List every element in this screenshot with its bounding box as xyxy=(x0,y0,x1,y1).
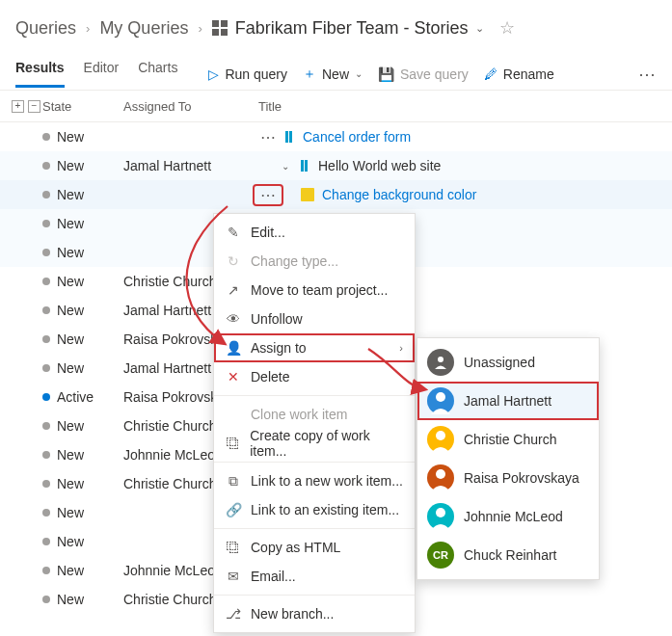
menu-link-existing[interactable]: 🔗Link to an existing item... xyxy=(214,495,415,524)
menu-copy-html[interactable]: ⿻Copy as HTML xyxy=(214,533,415,562)
assign-user-un[interactable]: Unassigned xyxy=(417,343,599,382)
avatar xyxy=(427,464,454,491)
work-item-title[interactable]: Cancel order form xyxy=(303,129,411,145)
menu-edit[interactable]: ✎Edit... xyxy=(214,218,415,247)
state-cell: New xyxy=(42,216,123,231)
breadcrumb-level1[interactable]: Queries xyxy=(15,18,76,39)
favorite-star-icon[interactable]: ☆ xyxy=(499,17,515,39)
collapse-all-button[interactable]: − xyxy=(28,100,40,113)
state-dot-icon xyxy=(42,278,50,285)
user-story-icon xyxy=(297,159,310,172)
breadcrumb-current[interactable]: Fabrikam Fiber Team - Stories ⌄ xyxy=(212,18,485,39)
run-query-button[interactable]: ▷ Run query xyxy=(208,66,287,82)
menu-clone-label: Clone work item xyxy=(251,407,347,422)
state-cell: New xyxy=(42,534,123,549)
state-cell: New xyxy=(42,331,123,347)
save-query-button: 💾 Save query xyxy=(378,66,469,82)
toolbar-more-button[interactable]: ⋯ xyxy=(638,64,657,85)
state-dot-icon xyxy=(42,191,50,199)
state-label: New xyxy=(57,158,84,173)
chevron-down-icon[interactable]: ⌄ xyxy=(475,22,484,35)
assign-user-jm[interactable]: Johnnie McLeod xyxy=(417,497,599,536)
assign-user-cr[interactable]: CRChuck Reinhart xyxy=(417,536,599,574)
rename-icon: 🖉 xyxy=(484,66,497,82)
svg-rect-7 xyxy=(305,160,308,172)
work-item-title[interactable]: Change background color xyxy=(322,187,476,202)
title-cell[interactable]: ⌄Hello World web site xyxy=(282,158,672,173)
state-label: New xyxy=(57,129,84,145)
pencil-icon: ✎ xyxy=(226,225,241,240)
row-more-button[interactable]: ⋯ xyxy=(255,128,282,146)
new-button[interactable]: ＋ New ⌄ xyxy=(303,66,363,83)
menu-email[interactable]: ✉Email... xyxy=(214,562,415,591)
col-header-title[interactable]: Title xyxy=(255,99,672,114)
breadcrumb-level2[interactable]: My Queries xyxy=(99,18,188,39)
table-row[interactable]: New⋯Cancel order form xyxy=(0,122,672,151)
state-dot-icon xyxy=(42,162,50,170)
state-cell: Active xyxy=(42,389,123,405)
chevron-right-icon: › xyxy=(198,21,202,36)
col-header-assigned[interactable]: Assigned To xyxy=(123,99,255,114)
assign-user-jh[interactable]: Jamal Hartnett xyxy=(417,382,599,420)
play-icon: ▷ xyxy=(208,66,219,82)
menu-separator xyxy=(214,462,415,463)
rename-button[interactable]: 🖉 Rename xyxy=(484,66,554,82)
work-item-title: Hello World web site xyxy=(318,158,441,173)
menu-new-branch[interactable]: ⎇New branch... xyxy=(214,599,415,628)
menu-link-new-label: Link to a new work item... xyxy=(251,473,403,489)
title-cell[interactable]: Cancel order form xyxy=(282,129,672,145)
state-dot-icon xyxy=(42,335,50,343)
save-icon: 💾 xyxy=(378,66,394,82)
title-cell[interactable]: Change background color xyxy=(282,187,672,202)
tab-editor[interactable]: Editor xyxy=(84,60,120,88)
svg-rect-5 xyxy=(289,131,292,143)
menu-unfollow[interactable]: 👁Unfollow xyxy=(214,305,415,333)
menu-move-label: Move to team project... xyxy=(251,282,388,298)
change-type-icon: ↻ xyxy=(226,253,241,269)
menu-assign-to[interactable]: 👤Assign to› xyxy=(214,333,415,362)
task-icon xyxy=(301,188,314,201)
table-row[interactable]: NewJamal Hartnett⋯⌄Hello World web site xyxy=(0,151,672,180)
svg-point-8 xyxy=(438,357,444,362)
expand-collapse-controls: + − xyxy=(0,100,42,113)
svg-point-10 xyxy=(436,431,445,440)
table-row[interactable]: New⋯Change background color xyxy=(0,180,672,209)
menu-move[interactable]: ↗Move to team project... xyxy=(214,276,415,305)
chevron-down-icon[interactable]: ⌄ xyxy=(282,161,289,172)
expand-all-button[interactable]: + xyxy=(12,100,24,113)
tab-results[interactable]: Results xyxy=(15,60,65,88)
copy-html-icon: ⿻ xyxy=(226,540,241,555)
toolbar: Results Editor Charts ▷ Run query ＋ New … xyxy=(0,50,672,91)
menu-link-new[interactable]: ⧉Link to a new work item... xyxy=(214,466,415,495)
avatar: CR xyxy=(427,542,454,569)
state-cell: New xyxy=(42,245,123,260)
svg-rect-2 xyxy=(212,29,219,36)
breadcrumb-current-label: Fabrikam Fiber Team - Stories xyxy=(235,18,469,39)
assign-user-cc[interactable]: Christie Church xyxy=(417,420,599,459)
menu-separator xyxy=(214,528,415,529)
state-label: New xyxy=(57,274,84,289)
avatar xyxy=(427,426,454,453)
svg-point-12 xyxy=(436,508,445,517)
menu-delete-label: Delete xyxy=(251,369,289,384)
menu-delete[interactable]: ✕Delete xyxy=(214,362,415,391)
state-cell: New xyxy=(42,303,123,318)
col-header-state[interactable]: State xyxy=(42,99,123,114)
menu-create-copy[interactable]: ⿻Create copy of work item... xyxy=(214,429,415,458)
state-dot-icon xyxy=(42,393,50,401)
row-more-button[interactable]: ⋯ xyxy=(255,186,282,204)
avatar xyxy=(427,349,454,376)
assigned-cell: Jamal Hartnett xyxy=(123,158,255,173)
user-name-label: Johnnie McLeod xyxy=(464,509,563,524)
context-menu: ✎Edit... ↻Change type... ↗Move to team p… xyxy=(213,213,416,633)
menu-new-branch-label: New branch... xyxy=(251,606,334,622)
state-dot-icon xyxy=(42,364,50,372)
assign-user-rp[interactable]: Raisa Pokrovskaya xyxy=(417,459,599,497)
state-cell: New xyxy=(42,592,123,607)
state-label: New xyxy=(57,360,84,376)
person-icon: 👤 xyxy=(226,340,241,356)
menu-separator xyxy=(214,595,415,596)
tab-charts[interactable]: Charts xyxy=(138,60,177,88)
menu-link-existing-label: Link to an existing item... xyxy=(251,502,399,517)
unfollow-icon: 👁 xyxy=(226,311,241,327)
